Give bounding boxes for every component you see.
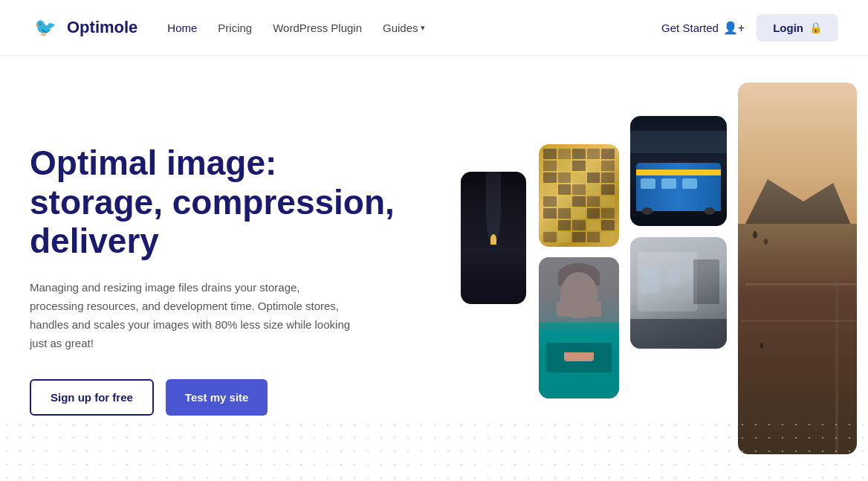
hero-description: Managing and resizing image files drains… [30,279,357,352]
get-started-label: Get Started [661,22,719,34]
hero-title: Optimal image: storage, compression, del… [30,143,401,262]
guides-label: Guides [383,22,418,34]
hero-buttons: Sign up for free Test my site [30,379,401,416]
nav-link-wordpress[interactable]: WordPress Plugin [273,22,362,34]
logo-text: Optimole [67,18,137,37]
login-button[interactable]: Login 🔒 [757,14,838,42]
hero-content: Optimal image: storage, compression, del… [30,143,401,416]
test-site-button[interactable]: Test my site [166,379,268,416]
nav-link-home[interactable]: Home [167,22,197,34]
hero-image-collage [461,97,838,462]
dots-decoration [0,418,868,481]
collage-image-girl-book [539,257,619,398]
nav-link-guides[interactable]: Guides ▾ [383,22,425,34]
collage-image-train [630,116,727,226]
chevron-down-icon: ▾ [421,23,425,33]
logo[interactable]: 🐦 Optimole [30,12,137,43]
user-plus-icon: 👤+ [723,21,745,35]
navbar: 🐦 Optimole Home Pricing WordPress Plugin… [0,0,868,56]
get-started-link[interactable]: Get Started 👤+ [661,21,745,35]
login-label: Login [773,22,803,34]
collage-image-cave [461,172,526,304]
logo-icon: 🐦 [30,12,61,43]
nav-left: 🐦 Optimole Home Pricing WordPress Plugin… [30,12,425,43]
collage-image-building [539,144,619,247]
collage-image-coastal [738,83,857,454]
signup-button[interactable]: Sign up for free [30,379,154,416]
nav-link-pricing[interactable]: Pricing [218,22,252,34]
hero-section: Optimal image: storage, compression, del… [0,56,868,481]
nav-right: Get Started 👤+ Login 🔒 [661,14,838,42]
nav-links: Home Pricing WordPress Plugin Guides ▾ [167,22,424,34]
lock-icon: 🔒 [809,22,822,33]
collage-image-architecture [630,237,727,349]
